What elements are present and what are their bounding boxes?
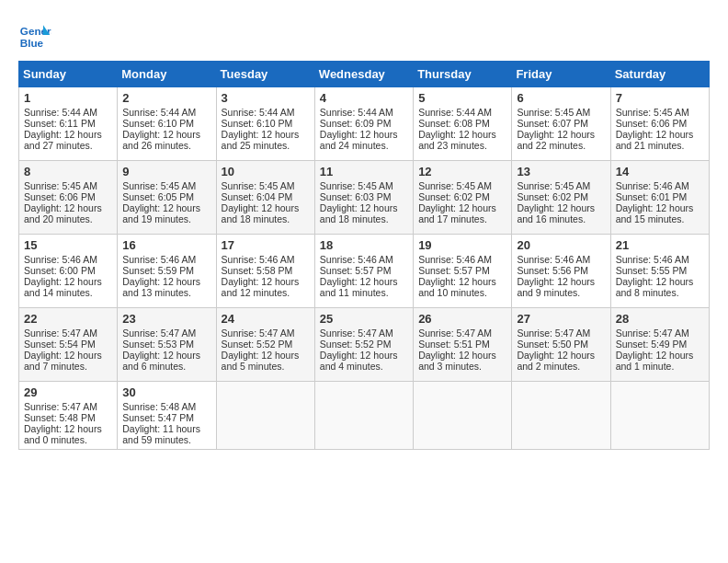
table-row: 8Sunrise: 5:45 AMSunset: 6:06 PMDaylight… <box>19 161 118 235</box>
table-row <box>314 382 413 450</box>
day-header-monday: Monday <box>118 62 216 87</box>
table-row: 5Sunrise: 5:44 AMSunset: 6:08 PMDaylight… <box>414 87 512 161</box>
table-row: 14Sunrise: 5:46 AMSunset: 6:01 PMDayligh… <box>610 161 709 235</box>
table-row: 4Sunrise: 5:44 AMSunset: 6:09 PMDaylight… <box>314 87 413 161</box>
table-row: 11Sunrise: 5:45 AMSunset: 6:03 PMDayligh… <box>314 161 413 235</box>
table-row: 15Sunrise: 5:46 AMSunset: 6:00 PMDayligh… <box>19 235 118 308</box>
table-row <box>610 382 709 450</box>
logo-icon: General Blue <box>18 18 51 52</box>
table-row: 26Sunrise: 5:47 AMSunset: 5:51 PMDayligh… <box>414 308 512 382</box>
logo: General Blue <box>18 18 57 52</box>
table-row: 17Sunrise: 5:46 AMSunset: 5:58 PMDayligh… <box>216 235 314 308</box>
table-row: 6Sunrise: 5:45 AMSunset: 6:07 PMDaylight… <box>512 87 610 161</box>
calendar-week-4: 22Sunrise: 5:47 AMSunset: 5:54 PMDayligh… <box>19 308 710 382</box>
calendar-week-1: 1Sunrise: 5:44 AMSunset: 6:11 PMDaylight… <box>19 87 710 161</box>
header-row: SundayMondayTuesdayWednesdayThursdayFrid… <box>19 62 710 87</box>
day-header-wednesday: Wednesday <box>314 62 413 87</box>
table-row: 25Sunrise: 5:47 AMSunset: 5:52 PMDayligh… <box>314 308 413 382</box>
day-header-saturday: Saturday <box>610 62 709 87</box>
table-row: 22Sunrise: 5:47 AMSunset: 5:54 PMDayligh… <box>19 308 118 382</box>
table-row: 3Sunrise: 5:44 AMSunset: 6:10 PMDaylight… <box>216 87 314 161</box>
table-row <box>512 382 610 450</box>
table-row: 9Sunrise: 5:45 AMSunset: 6:05 PMDaylight… <box>118 161 216 235</box>
table-row: 7Sunrise: 5:45 AMSunset: 6:06 PMDaylight… <box>610 87 709 161</box>
calendar-week-2: 8Sunrise: 5:45 AMSunset: 6:06 PMDaylight… <box>19 161 710 235</box>
svg-text:Blue: Blue <box>20 37 44 49</box>
table-row: 30Sunrise: 5:48 AMSunset: 5:47 PMDayligh… <box>118 382 216 450</box>
table-row <box>216 382 314 450</box>
table-row: 29Sunrise: 5:47 AMSunset: 5:48 PMDayligh… <box>19 382 118 450</box>
table-row <box>414 382 512 450</box>
table-row: 10Sunrise: 5:45 AMSunset: 6:04 PMDayligh… <box>216 161 314 235</box>
table-row: 20Sunrise: 5:46 AMSunset: 5:56 PMDayligh… <box>512 235 610 308</box>
day-header-thursday: Thursday <box>414 62 512 87</box>
table-row: 24Sunrise: 5:47 AMSunset: 5:52 PMDayligh… <box>216 308 314 382</box>
table-row: 18Sunrise: 5:46 AMSunset: 5:57 PMDayligh… <box>314 235 413 308</box>
table-row: 28Sunrise: 5:47 AMSunset: 5:49 PMDayligh… <box>610 308 709 382</box>
table-row: 2Sunrise: 5:44 AMSunset: 6:10 PMDaylight… <box>118 87 216 161</box>
table-row: 13Sunrise: 5:45 AMSunset: 6:02 PMDayligh… <box>512 161 610 235</box>
table-row: 12Sunrise: 5:45 AMSunset: 6:02 PMDayligh… <box>414 161 512 235</box>
table-row: 23Sunrise: 5:47 AMSunset: 5:53 PMDayligh… <box>118 308 216 382</box>
table-row: 19Sunrise: 5:46 AMSunset: 5:57 PMDayligh… <box>414 235 512 308</box>
table-row: 16Sunrise: 5:46 AMSunset: 5:59 PMDayligh… <box>118 235 216 308</box>
day-header-tuesday: Tuesday <box>216 62 314 87</box>
table-row: 27Sunrise: 5:47 AMSunset: 5:50 PMDayligh… <box>512 308 610 382</box>
day-header-friday: Friday <box>512 62 610 87</box>
calendar-week-5: 29Sunrise: 5:47 AMSunset: 5:48 PMDayligh… <box>19 382 710 450</box>
page-header: General Blue <box>18 18 710 52</box>
calendar-week-3: 15Sunrise: 5:46 AMSunset: 6:00 PMDayligh… <box>19 235 710 308</box>
table-row: 1Sunrise: 5:44 AMSunset: 6:11 PMDaylight… <box>19 87 118 161</box>
calendar-table: SundayMondayTuesdayWednesdayThursdayFrid… <box>18 61 710 450</box>
day-header-sunday: Sunday <box>19 62 118 87</box>
table-row: 21Sunrise: 5:46 AMSunset: 5:55 PMDayligh… <box>610 235 709 308</box>
